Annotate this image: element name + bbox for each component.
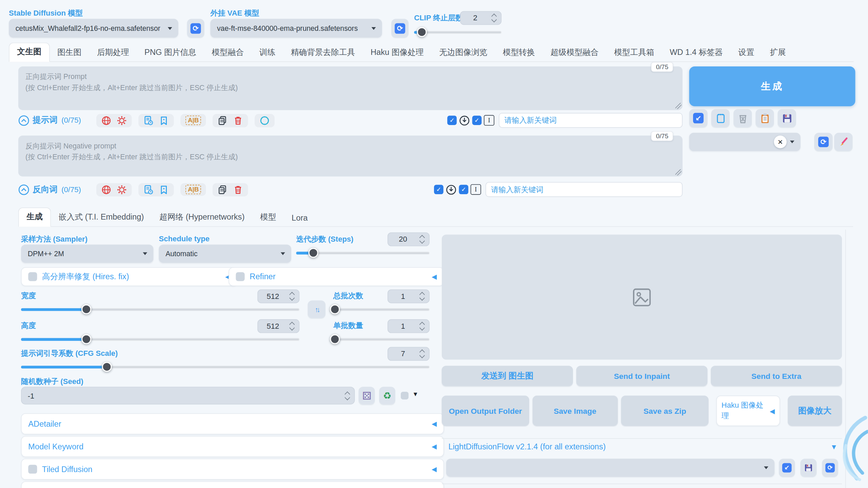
adetailer-accordion[interactable]: ADetailer ◀ xyxy=(21,413,444,434)
open-output-folder-button[interactable]: Open Output Folder xyxy=(442,395,529,426)
steps-slider[interactable] xyxy=(296,248,429,258)
trash-icon[interactable] xyxy=(233,184,243,194)
tab[interactable]: 无边图像浏览 xyxy=(431,44,495,62)
batch-size-slider[interactable] xyxy=(333,334,430,344)
negative-keyword-input[interactable] xyxy=(486,182,683,197)
sub-tab[interactable]: 生成 xyxy=(18,207,51,227)
resize-handle-icon[interactable] xyxy=(675,169,682,176)
spinner-arrows[interactable] xyxy=(289,293,296,300)
height-number-input[interactable]: 512 xyxy=(257,319,299,333)
tab[interactable]: 超级模型融合 xyxy=(543,44,607,62)
sub-tab[interactable]: 嵌入式 (T.I. Embedding) xyxy=(51,209,152,227)
wastebasket-button[interactable] xyxy=(733,109,752,127)
keyword-append-checkbox[interactable]: ✓ xyxy=(472,116,482,125)
tab[interactable]: 扩展 xyxy=(762,44,794,62)
width-number-input[interactable]: 512 xyxy=(257,289,299,303)
translate-ab-icon[interactable]: A|B xyxy=(185,185,201,194)
spinner-arrows[interactable] xyxy=(289,323,296,330)
prompt-history-icon[interactable] xyxy=(143,115,153,125)
tiled-diffusion-accordion[interactable]: Tiled Diffusion ◀ xyxy=(21,459,444,480)
globe-icon[interactable] xyxy=(101,115,111,125)
collapse-icon[interactable] xyxy=(18,115,29,126)
slider-thumb[interactable] xyxy=(81,304,91,314)
prompt-keyword-input[interactable] xyxy=(499,113,683,128)
keyword-enable-checkbox[interactable]: ✓ xyxy=(447,116,457,125)
keyword-enable-checkbox[interactable]: ✓ xyxy=(434,185,443,194)
bookmark-icon[interactable] xyxy=(159,184,169,194)
tab[interactable]: 模型转换 xyxy=(495,44,542,62)
copy-icon[interactable] xyxy=(218,184,228,194)
clip-skip-slider[interactable] xyxy=(414,27,501,37)
styles-refresh-button[interactable]: ⟳ xyxy=(814,133,833,151)
spinner-arrows[interactable] xyxy=(418,350,426,357)
hires-fix-checkbox[interactable] xyxy=(28,272,37,281)
haku-accordion[interactable]: Haku 图像处理 ◀ xyxy=(716,395,780,426)
cfg-number-input[interactable]: 7 xyxy=(388,347,430,361)
keyword-history-icon[interactable] xyxy=(446,184,457,195)
sub-tab[interactable]: 超网络 (Hypernetworks) xyxy=(152,209,252,227)
clear-prompt-button[interactable] xyxy=(711,109,730,127)
vae-dropdown[interactable]: vae-ft-mse-840000-ema-pruned.safetensors xyxy=(210,19,382,38)
slider-thumb[interactable] xyxy=(309,248,318,258)
batch-size-number-input[interactable]: 1 xyxy=(388,319,430,333)
text-cursor-icon[interactable]: I xyxy=(471,184,481,195)
text-cursor-icon[interactable]: I xyxy=(484,115,494,126)
send-to-extra-button[interactable]: Send to Extra xyxy=(711,366,842,386)
resize-handle-icon[interactable] xyxy=(675,103,682,109)
chatgpt-icon[interactable] xyxy=(260,115,270,125)
spinner-arrows[interactable] xyxy=(344,392,351,399)
tab[interactable]: 图生图 xyxy=(50,44,89,62)
seed-input[interactable]: -1 xyxy=(21,387,355,404)
collapse-icon[interactable] xyxy=(18,184,29,195)
gear-icon[interactable] xyxy=(117,184,127,194)
slider-thumb[interactable] xyxy=(81,334,91,344)
image-upscale-button[interactable]: 图像放大 xyxy=(788,395,842,426)
tab[interactable]: 文生图 xyxy=(9,43,50,62)
sd-model-refresh-button[interactable]: ⟳ xyxy=(187,19,204,38)
hires-fix-accordion[interactable]: 高分辨率修复 (Hires. fix) ◀ xyxy=(21,267,237,286)
batch-count-slider[interactable] xyxy=(333,304,430,314)
spinner-arrows[interactable] xyxy=(418,293,426,300)
keyword-history-icon[interactable] xyxy=(459,115,470,126)
sub-tab[interactable]: 模型 xyxy=(252,209,284,227)
slider-thumb[interactable] xyxy=(102,362,112,372)
sub-tab[interactable]: Lora xyxy=(284,210,315,227)
extra-accordion[interactable] xyxy=(21,481,444,488)
tab[interactable]: PNG 图片信息 xyxy=(137,44,204,62)
sampler-dropdown[interactable]: DPM++ 2M xyxy=(21,245,153,263)
tab[interactable]: 模型工具箱 xyxy=(606,44,662,62)
tab[interactable]: 训练 xyxy=(252,44,283,62)
bookmark-icon[interactable] xyxy=(159,115,169,125)
refiner-accordion[interactable]: Refiner ◀ xyxy=(229,267,444,286)
globe-icon[interactable] xyxy=(101,184,111,194)
swap-dimensions-button[interactable]: ↑↓ xyxy=(308,301,326,318)
keyword-append-checkbox[interactable]: ✓ xyxy=(459,185,469,194)
refiner-checkbox[interactable] xyxy=(236,272,245,281)
ldf-load-button[interactable]: ↙ xyxy=(779,459,795,477)
tab[interactable]: 精确背景去除工具 xyxy=(283,44,363,62)
spinner-arrows[interactable] xyxy=(491,14,498,21)
tab[interactable]: 模型融合 xyxy=(204,44,252,62)
trash-icon[interactable] xyxy=(233,115,243,125)
spinner-arrows[interactable] xyxy=(418,236,426,243)
tiled-diffusion-checkbox[interactable] xyxy=(28,465,37,473)
batch-count-number-input[interactable]: 1 xyxy=(388,289,430,303)
tab[interactable]: Haku 图像处理 xyxy=(363,44,431,62)
styles-dropdown[interactable]: ✕ xyxy=(689,133,801,151)
prompt-textarea[interactable]: 正向提示词 Prompt (按 Ctrl+Enter 开始生成，Alt+Ente… xyxy=(18,66,683,110)
clip-skip-number-input[interactable]: 2 xyxy=(460,11,501,25)
tab[interactable]: WD 1.4 标签器 xyxy=(662,44,730,62)
random-seed-button[interactable]: ⚄ xyxy=(359,387,375,404)
reuse-seed-button[interactable]: ♻ xyxy=(379,387,395,404)
spinner-arrows[interactable] xyxy=(418,323,426,330)
tab[interactable]: 设置 xyxy=(731,44,762,62)
save-style-button[interactable] xyxy=(778,109,796,127)
load-styles-button[interactable] xyxy=(756,109,774,127)
copy-icon[interactable] xyxy=(218,115,228,125)
slider-thumb[interactable] xyxy=(330,304,340,314)
clear-styles-icon[interactable]: ✕ xyxy=(774,136,787,148)
send-to-inpaint-button[interactable]: Send to Inpaint xyxy=(576,366,708,386)
ldf-save-button[interactable] xyxy=(801,459,816,477)
tab[interactable]: 后期处理 xyxy=(89,44,137,62)
ldf-collapse-caret[interactable]: ▼ xyxy=(830,443,837,451)
